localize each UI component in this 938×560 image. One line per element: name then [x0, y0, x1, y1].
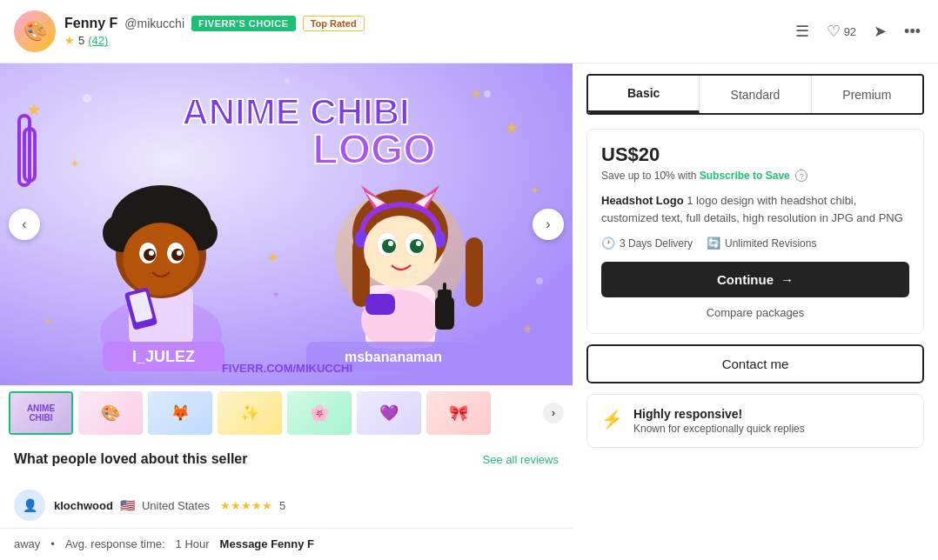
- reviewer-avatar: 👤: [14, 490, 45, 521]
- share-button[interactable]: ➤: [870, 18, 890, 44]
- responsive-subtitle: Known for exceptionally quick replies: [633, 423, 805, 435]
- heart-icon: ♡: [827, 22, 841, 41]
- reviewer-name: klochwood: [54, 499, 113, 512]
- delivery-text: 3 Days Delivery: [620, 237, 693, 250]
- tab-standard[interactable]: Standard: [700, 76, 811, 113]
- reviewer-rating: 5: [279, 499, 285, 512]
- reviewer-row: 👤 klochwood 🇺🇸 United States ★★★★★ 5: [0, 483, 573, 528]
- svg-rect-46: [466, 237, 483, 307]
- menu-button[interactable]: ☰: [792, 18, 813, 44]
- contact-me-button[interactable]: Contact me: [586, 344, 924, 383]
- more-icon: •••: [904, 23, 921, 41]
- svg-point-13: [285, 78, 290, 83]
- message-away-text: away: [14, 537, 40, 550]
- svg-rect-62: [443, 283, 446, 291]
- delivery-feature: 🕐 3 Days Delivery: [601, 237, 693, 250]
- rating-count[interactable]: (42): [88, 34, 108, 47]
- revisions-feature: 🔄 Unlimited Revisions: [707, 237, 816, 250]
- svg-text:✦: ✦: [531, 184, 539, 197]
- svg-point-56: [388, 241, 393, 246]
- thumbnail-4[interactable]: ✨: [218, 391, 282, 435]
- svg-point-10: [484, 90, 491, 97]
- svg-text:FIVERR.COM/MIKUCCHI: FIVERR.COM/MIKUCCHI: [222, 362, 352, 375]
- message-time: 1 Hour: [176, 537, 210, 550]
- arrow-icon: →: [781, 272, 794, 287]
- reviews-section: What people loved about this seller See …: [0, 439, 573, 483]
- svg-text:★: ★: [44, 315, 53, 327]
- thumbnail-2[interactable]: 🎨: [78, 391, 143, 435]
- next-image-button[interactable]: ›: [533, 209, 564, 240]
- refresh-icon: 🔄: [707, 237, 720, 250]
- subscribe-to-save-link[interactable]: Subscribe to Save: [700, 170, 790, 182]
- svg-text:✦: ✦: [271, 289, 280, 301]
- top-rated-badge: Top Rated: [303, 16, 365, 31]
- star-icon: ★: [64, 34, 75, 47]
- seller-info: Fenny F @mikucchi FIVERR'S CHOICE Top Ra…: [64, 16, 365, 47]
- svg-point-9: [83, 94, 91, 103]
- compare-packages-link[interactable]: Compare packages: [601, 306, 909, 319]
- reviews-header: What people loved about this seller See …: [14, 451, 559, 467]
- thumbnail-6[interactable]: 💜: [357, 391, 421, 435]
- tab-premium[interactable]: Premium: [812, 76, 922, 113]
- message-bar: away • Avg. response time: 1 Hour Messag…: [0, 528, 573, 559]
- pricing-card: US$20 Save up to 10% with Subscribe to S…: [586, 129, 924, 334]
- package-name: Headshot Logo: [601, 194, 684, 207]
- save-text: Save up to 10% with Subscribe to Save ?: [601, 170, 909, 182]
- header-actions: ☰ ♡ 92 ➤ •••: [792, 18, 924, 44]
- share-icon: ➤: [874, 22, 887, 41]
- message-avg-text: Avg. response time:: [65, 537, 165, 550]
- responsive-title: Highly responsive!: [633, 407, 805, 421]
- reviewer-country: United States: [142, 499, 210, 512]
- package-features: 🕐 3 Days Delivery 🔄 Unlimited Revisions: [601, 237, 909, 250]
- svg-point-30: [149, 250, 154, 256]
- name-row: Fenny F @mikucchi FIVERR'S CHOICE Top Ra…: [64, 16, 365, 31]
- package-description: Headshot Logo 1 logo design with headsho…: [601, 192, 909, 226]
- main-layout: ‹ › ★: [0, 63, 938, 559]
- lightning-icon: ⚡: [601, 409, 623, 430]
- svg-text:★: ★: [505, 119, 519, 137]
- seller-name: Fenny F: [64, 16, 117, 31]
- see-all-reviews-link[interactable]: See all reviews: [483, 453, 559, 466]
- svg-point-53: [364, 216, 437, 285]
- thumbnails-next-button[interactable]: ›: [543, 403, 564, 423]
- svg-rect-60: [435, 297, 454, 330]
- svg-text:msbananaman: msbananaman: [345, 350, 442, 364]
- svg-point-26: [144, 190, 178, 224]
- revisions-text: Unlimited Revisions: [725, 237, 816, 250]
- reviews-title: What people loved about this seller: [14, 451, 247, 467]
- thumbnail-7[interactable]: 🎀: [426, 391, 491, 435]
- message-bullet: •: [50, 537, 55, 550]
- thumbnail-1[interactable]: ANIMECHIBI: [9, 391, 73, 435]
- more-button[interactable]: •••: [901, 19, 924, 44]
- svg-point-27: [123, 223, 199, 296]
- svg-point-12: [536, 277, 543, 284]
- thumbnails-strip: ANIMECHIBI 🎨 🦊 ✨ 🌸 💜 🎀 ›: [0, 385, 573, 439]
- chibi-illustration: ★ ✦ ★ ✦ ★ ✦ ★ ★ ANIME CHIBI LOGO: [0, 63, 573, 385]
- like-button[interactable]: ♡ 92: [823, 18, 860, 44]
- thumbnail-3[interactable]: 🦊: [148, 391, 212, 435]
- save-text-label: Save up to 10% with: [601, 170, 696, 182]
- svg-text:★: ★: [470, 86, 482, 101]
- message-label[interactable]: Message Fenny F: [220, 537, 314, 550]
- responsive-text: Highly responsive! Known for exceptional…: [633, 407, 805, 435]
- rating-value: 5: [78, 34, 84, 47]
- price-amount: US$20: [601, 143, 909, 166]
- flag-icon: 🇺🇸: [120, 498, 135, 512]
- svg-point-59: [416, 241, 421, 246]
- prev-image-button[interactable]: ‹: [9, 209, 40, 240]
- reviewer-info: klochwood 🇺🇸 United States ★★★★★ 5: [54, 498, 285, 512]
- continue-label: Continue: [717, 272, 774, 287]
- svg-text:LOGO: LOGO: [312, 126, 435, 172]
- thumbnail-5[interactable]: 🌸: [287, 391, 352, 435]
- svg-text:✦: ✦: [70, 157, 80, 170]
- tab-basic[interactable]: Basic: [588, 76, 700, 113]
- main-image-container: ‹ › ★: [0, 63, 573, 385]
- rating-row: ★ 5 (42): [64, 34, 365, 47]
- left-panel: ‹ › ★: [0, 63, 573, 559]
- svg-text:★: ★: [522, 322, 533, 336]
- package-tabs: Basic Standard Premium: [586, 74, 924, 115]
- continue-button[interactable]: Continue →: [601, 262, 909, 297]
- svg-text:✦: ✦: [266, 250, 279, 267]
- menu-icon: ☰: [795, 22, 809, 41]
- reviewer-stars: ★★★★★: [220, 499, 272, 512]
